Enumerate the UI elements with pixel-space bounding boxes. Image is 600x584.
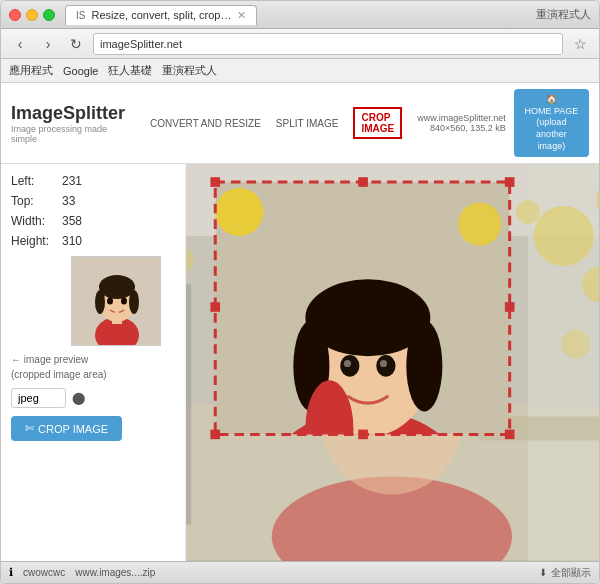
background-photo [186, 164, 599, 561]
format-dropdown[interactable]: jpeg png gif webp [11, 388, 66, 408]
field-left: Left: 231 [11, 174, 175, 188]
crop-btn-label: CROP IMAGE [38, 423, 108, 435]
status-right-text: 全部顯示 [551, 566, 591, 580]
preview-image-area [11, 256, 175, 346]
bookmark-apps[interactable]: 應用程式 [9, 63, 53, 78]
status-cwowcwc: cwowcwc [23, 567, 65, 578]
svg-point-7 [107, 298, 113, 305]
bookmarks-bar: 應用程式 Google 狂人基礎 重演程式人 [1, 59, 599, 83]
content-wrapper: Left: 231 Top: 33 Width: 358 Height: 310 [1, 164, 599, 561]
nav-links: CONVERT AND RESIZE SPLIT IMAGE CROP IMAG… [150, 107, 402, 139]
svg-point-8 [121, 298, 127, 305]
site-info: www.imageSplitter.net 840×560, 135.2 kB [417, 113, 506, 133]
left-panel: Left: 231 Top: 33 Width: 358 Height: 310 [1, 164, 186, 561]
status-middle: www.images....zip [75, 567, 155, 578]
thumbnail-svg [72, 257, 161, 346]
format-select-area: jpeg png gif webp ⬤ [11, 388, 175, 408]
svg-rect-51 [358, 430, 368, 440]
field-left-label: Left: [11, 174, 56, 188]
logo-name: ImageSplitter [11, 103, 125, 124]
status-right[interactable]: ⬇ 全部顯示 [539, 566, 591, 580]
preview-label-line2: (cropped image area) [11, 369, 175, 380]
header-right: www.imageSplitter.net 840×560, 135.2 kB … [417, 89, 589, 157]
field-height-value: 310 [62, 234, 82, 248]
main-canvas[interactable] [186, 164, 599, 561]
logo-tagline: Image processing made simple [11, 124, 125, 144]
field-left-value: 231 [62, 174, 82, 188]
tab-bar: IS Resize, convert, split, crop yo... ✕ [65, 5, 536, 25]
title-bar: IS Resize, convert, split, crop yo... ✕ … [1, 1, 599, 29]
home-btn-icon: 🏠 [522, 94, 581, 106]
minimize-button[interactable] [26, 9, 38, 21]
refresh-button[interactable]: ↻ [65, 33, 87, 55]
svg-rect-47 [505, 178, 515, 188]
download-icon: ⬇ [539, 567, 547, 578]
svg-point-31 [458, 203, 501, 246]
tab-favicon: IS [76, 10, 85, 21]
svg-point-4 [99, 275, 135, 299]
title-bar-right: 重演程式人 [536, 7, 591, 22]
preview-label-line1: ← image preview [11, 354, 175, 365]
svg-point-6 [129, 290, 139, 314]
svg-rect-52 [210, 303, 220, 313]
close-button[interactable] [9, 9, 21, 21]
svg-rect-46 [210, 178, 220, 188]
svg-rect-53 [505, 303, 515, 313]
svg-point-37 [406, 321, 442, 412]
svg-rect-50 [358, 178, 368, 188]
nav-bar: ‹ › ↻ imageSplitter.net ☆ [1, 29, 599, 59]
field-height: Height: 310 [11, 234, 175, 248]
svg-rect-9 [115, 305, 119, 315]
bookmark-crazy[interactable]: 狂人基礎 [108, 63, 152, 78]
field-width-label: Width: [11, 214, 56, 228]
home-btn-line1: HOME PAGE [522, 106, 581, 118]
field-top-value: 33 [62, 194, 75, 208]
preview-thumbnail [71, 256, 161, 346]
svg-point-40 [344, 360, 351, 367]
app-header: ImageSplitter Image processing made simp… [1, 83, 599, 164]
crop-icon: ✄ [25, 422, 34, 435]
site-dimensions: 840×560, 135.2 kB [417, 123, 506, 133]
nav-split[interactable]: SPLIT IMAGE [276, 118, 339, 129]
home-btn-line2: (upload another image) [522, 117, 581, 152]
field-top: Top: 33 [11, 194, 175, 208]
status-file: www.images....zip [75, 567, 155, 578]
nav-convert[interactable]: CONVERT AND RESIZE [150, 118, 261, 129]
home-page-button[interactable]: 🏠 HOME PAGE (upload another image) [514, 89, 589, 157]
status-left: cwowcwc [23, 567, 65, 578]
svg-point-30 [215, 188, 263, 236]
tab-title: Resize, convert, split, crop yo... [91, 9, 231, 21]
bookmark-google[interactable]: Google [63, 65, 98, 77]
dropdown-icon: ⬤ [72, 391, 85, 405]
crop-image-button[interactable]: ✄ CROP IMAGE [11, 416, 122, 441]
forward-button[interactable]: › [37, 33, 59, 55]
address-text: imageSplitter.net [100, 38, 182, 50]
star-icon[interactable]: ☆ [569, 33, 591, 55]
maximize-button[interactable] [43, 9, 55, 21]
bookmark-replay[interactable]: 重演程式人 [162, 63, 217, 78]
status-icon: ℹ [9, 566, 13, 579]
side-controls: ← image preview (cropped image area) jpe… [11, 354, 175, 441]
nav-crop[interactable]: CROP IMAGE [353, 107, 402, 139]
field-width: Width: 358 [11, 214, 175, 228]
browser-window: IS Resize, convert, split, crop yo... ✕ … [0, 0, 600, 584]
field-top-label: Top: [11, 194, 56, 208]
status-bar: ℹ cwowcwc www.images....zip ⬇ 全部顯示 [1, 561, 599, 583]
tab-close-icon[interactable]: ✕ [237, 9, 246, 22]
traffic-lights [9, 9, 55, 21]
page-content: ImageSplitter Image processing made simp… [1, 83, 599, 583]
back-button[interactable]: ‹ [9, 33, 31, 55]
logo-area: ImageSplitter Image processing made simp… [11, 103, 125, 144]
svg-rect-48 [210, 430, 220, 440]
svg-rect-43 [363, 375, 373, 401]
field-width-value: 358 [62, 214, 82, 228]
site-url: www.imageSplitter.net [417, 113, 506, 123]
field-height-label: Height: [11, 234, 56, 248]
browser-tab[interactable]: IS Resize, convert, split, crop yo... ✕ [65, 5, 257, 25]
svg-point-5 [95, 290, 105, 314]
address-bar[interactable]: imageSplitter.net [93, 33, 563, 55]
svg-point-41 [380, 360, 387, 367]
svg-rect-49 [505, 430, 515, 440]
